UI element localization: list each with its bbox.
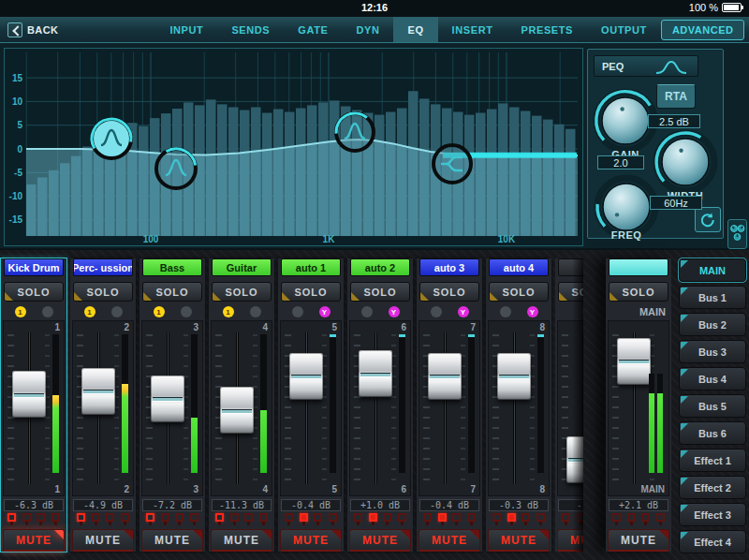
tab-sends[interactable]: SENDS bbox=[217, 17, 284, 42]
channel-name-label[interactable] bbox=[609, 258, 668, 276]
knobs-panel-button[interactable] bbox=[727, 219, 747, 249]
mute-button[interactable]: MUTE bbox=[211, 529, 272, 552]
eq-node-bell[interactable] bbox=[156, 149, 196, 188]
channel-name-label[interactable]: auto 2 bbox=[350, 258, 410, 276]
bus-button-effect-3[interactable]: Effect 3 bbox=[679, 503, 746, 526]
fader-handle[interactable] bbox=[428, 353, 462, 400]
channel-name-label[interactable]: auto 4 bbox=[489, 258, 549, 276]
channel-number-top: 2 bbox=[124, 322, 129, 332]
eq-node-bell[interactable] bbox=[336, 113, 374, 151]
fader-handle[interactable] bbox=[566, 436, 583, 483]
solo-button[interactable]: SOLO bbox=[212, 282, 272, 302]
mute-label: MUTE bbox=[224, 534, 259, 547]
tab-eq[interactable]: EQ bbox=[393, 17, 437, 42]
bus-button-effect-1[interactable]: Effect 1 bbox=[679, 449, 746, 472]
send-indicator bbox=[354, 513, 362, 522]
fader-handle[interactable] bbox=[497, 353, 531, 400]
channel-name-label[interactable] bbox=[558, 258, 583, 276]
back-label: BACK bbox=[27, 24, 58, 36]
send-indicator bbox=[577, 513, 583, 522]
advanced-button[interactable]: ADVANCED bbox=[661, 20, 745, 40]
solo-button[interactable]: SOLO bbox=[609, 282, 668, 302]
solo-button[interactable]: SOLO bbox=[73, 282, 133, 302]
svg-text:1K: 1K bbox=[323, 234, 336, 244]
bus-button-effect-2[interactable]: Effect 2 bbox=[679, 476, 746, 499]
mixer-section: Kick DrumSOLO111-6.3 dBMUTEPerc- ussionS… bbox=[0, 250, 749, 560]
source-indicator: Y bbox=[458, 306, 469, 317]
tab-presets[interactable]: PRESETS bbox=[507, 17, 588, 42]
channel-name-label[interactable]: Bass bbox=[142, 258, 202, 276]
bus-label: Bus 3 bbox=[698, 346, 727, 358]
solo-button[interactable]: SOLO bbox=[281, 282, 341, 302]
bell-curve-icon bbox=[653, 59, 690, 76]
back-button[interactable]: BACK bbox=[7, 22, 58, 37]
fader-handle[interactable] bbox=[151, 376, 184, 422]
send-indicator bbox=[215, 513, 224, 522]
fader-handle[interactable] bbox=[12, 371, 46, 418]
eq-node-shelf[interactable] bbox=[433, 145, 471, 183]
bus-button-bus-6[interactable]: Bus 6 bbox=[679, 421, 746, 445]
mute-button[interactable]: MUTE bbox=[419, 529, 480, 552]
level-meter bbox=[122, 334, 128, 473]
solo-button[interactable]: SOLO bbox=[419, 282, 479, 302]
gain-knob[interactable] bbox=[599, 95, 652, 147]
solo-button[interactable]: SOLO bbox=[558, 282, 583, 302]
bus-button-bus-5[interactable]: Bus 5 bbox=[679, 394, 746, 418]
bus-button-effect-4[interactable]: Effect 4 bbox=[679, 530, 746, 553]
channel-name-label[interactable]: auto 3 bbox=[419, 258, 479, 276]
tab-dyn[interactable]: DYN bbox=[342, 17, 393, 42]
mute-button[interactable]: MUTE bbox=[349, 529, 411, 552]
mute-button[interactable]: MUTE bbox=[72, 529, 134, 552]
fader-db-value: -11.3 dB bbox=[212, 499, 272, 511]
fader-handle[interactable] bbox=[289, 353, 323, 400]
eq-graph[interactable]: 151050-5-10-151001K10K bbox=[4, 48, 583, 246]
fader-db-value: -inf bbox=[558, 499, 583, 511]
bus-button-bus-3[interactable]: Bus 3 bbox=[679, 340, 746, 363]
solo-button[interactable]: SOLO bbox=[489, 282, 549, 302]
freq-knob[interactable] bbox=[600, 181, 653, 233]
mute-button[interactable]: MUTE bbox=[141, 529, 203, 552]
channel-number-bottom: 8 bbox=[539, 484, 545, 494]
clipped-channel-strip: SOLO-infMUTE bbox=[555, 258, 583, 552]
fader-handle[interactable] bbox=[359, 350, 392, 397]
mute-button[interactable]: MUTE bbox=[3, 529, 65, 552]
channel-name-label[interactable]: Guitar bbox=[212, 258, 272, 276]
send-indicator bbox=[438, 513, 447, 522]
channel-name-label[interactable]: Perc- ussion bbox=[73, 258, 133, 276]
bus-button-main[interactable]: MAIN bbox=[679, 258, 746, 282]
bus-button-bus-2[interactable]: Bus 2 bbox=[679, 313, 746, 336]
eq-node-bell[interactable] bbox=[92, 119, 131, 158]
rta-button[interactable]: RTA bbox=[656, 84, 696, 109]
fader-handle[interactable] bbox=[617, 338, 651, 385]
solo-button[interactable]: SOLO bbox=[4, 282, 64, 302]
mute-label: MUTE bbox=[621, 534, 656, 547]
bus-corner-icon bbox=[681, 478, 688, 485]
eq-reset-button[interactable] bbox=[695, 207, 721, 232]
tab-input[interactable]: INPUT bbox=[155, 17, 217, 42]
eq-type-dropdown[interactable]: PEQ bbox=[594, 55, 698, 77]
solo-label: SOLO bbox=[155, 287, 188, 298]
channel-name-label[interactable]: auto 1 bbox=[281, 258, 341, 276]
send-indicator bbox=[77, 513, 85, 522]
fader-handle[interactable] bbox=[220, 387, 254, 434]
width-knob[interactable] bbox=[659, 136, 712, 188]
tab-insert[interactable]: INSERT bbox=[438, 17, 507, 42]
channel-name-label[interactable]: Kick Drum bbox=[4, 258, 64, 276]
fader-handle[interactable] bbox=[81, 368, 115, 415]
bus-button-bus-1[interactable]: Bus 1 bbox=[679, 286, 746, 309]
send-indicator bbox=[656, 513, 665, 522]
bus-button-bus-4[interactable]: Bus 4 bbox=[679, 367, 746, 391]
bus-label: Effect 2 bbox=[694, 482, 731, 494]
solo-button[interactable]: SOLO bbox=[350, 282, 410, 302]
mute-button[interactable]: MUTE bbox=[280, 529, 342, 552]
mute-button[interactable]: MUTE bbox=[608, 529, 669, 552]
channel-indicators: 1 bbox=[140, 306, 205, 317]
solo-button[interactable]: SOLO bbox=[142, 282, 202, 302]
tab-output[interactable]: OUTPUT bbox=[587, 17, 661, 42]
source-indicator bbox=[361, 306, 373, 317]
tab-gate[interactable]: GATE bbox=[284, 17, 342, 42]
solo-corner bbox=[490, 292, 498, 301]
mute-button[interactable]: MUTE bbox=[488, 529, 550, 552]
mute-button[interactable]: MUTE bbox=[557, 529, 583, 552]
fader-db-value: -0.4 dB bbox=[419, 499, 479, 511]
